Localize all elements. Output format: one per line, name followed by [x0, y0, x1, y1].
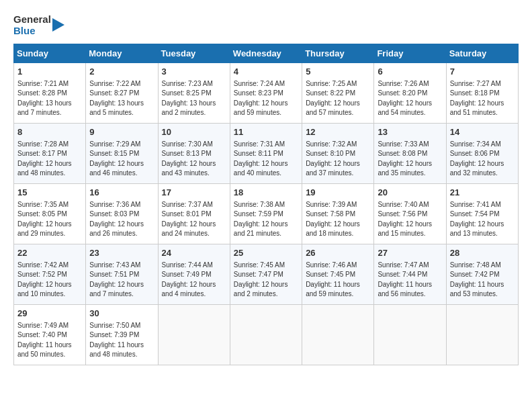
weekday-header-friday: Friday	[374, 44, 446, 62]
day-number: 6	[378, 66, 442, 78]
day-number: 25	[234, 247, 298, 259]
weekday-header-saturday: Saturday	[446, 44, 518, 62]
day-number: 3	[162, 66, 226, 78]
day-number: 28	[450, 247, 515, 259]
day-number: 19	[306, 187, 370, 199]
calendar-cell: 6Sunrise: 7:26 AM Sunset: 8:20 PM Daylig…	[374, 62, 446, 123]
day-number: 23	[89, 247, 154, 259]
day-info: Sunrise: 7:50 AM Sunset: 7:39 PM Dayligh…	[89, 321, 154, 360]
day-info: Sunrise: 7:31 AM Sunset: 8:11 PM Dayligh…	[234, 140, 298, 179]
calendar-cell: 30Sunrise: 7:50 AM Sunset: 7:39 PM Dayli…	[86, 304, 158, 365]
day-number: 20	[378, 187, 442, 199]
calendar-cell: 9Sunrise: 7:29 AM Sunset: 8:15 PM Daylig…	[86, 123, 158, 183]
day-info: Sunrise: 7:24 AM Sunset: 8:23 PM Dayligh…	[234, 79, 298, 118]
day-number: 9	[89, 126, 154, 138]
day-info: Sunrise: 7:41 AM Sunset: 7:54 PM Dayligh…	[450, 200, 515, 239]
calendar-week-4: 22Sunrise: 7:42 AM Sunset: 7:52 PM Dayli…	[14, 244, 519, 304]
day-number: 15	[17, 187, 82, 199]
day-number: 17	[162, 187, 226, 199]
day-info: Sunrise: 7:34 AM Sunset: 8:06 PM Dayligh…	[450, 140, 515, 179]
day-info: Sunrise: 7:40 AM Sunset: 7:56 PM Dayligh…	[378, 200, 442, 239]
logo-chevron-icon	[52, 18, 64, 32]
day-number: 1	[17, 66, 82, 78]
calendar-cell	[158, 304, 230, 365]
weekday-header-monday: Monday	[86, 44, 158, 62]
calendar-cell: 22Sunrise: 7:42 AM Sunset: 7:52 PM Dayli…	[14, 244, 86, 304]
weekday-header-sunday: Sunday	[14, 44, 86, 62]
day-info: Sunrise: 7:35 AM Sunset: 8:05 PM Dayligh…	[17, 200, 82, 239]
day-info: Sunrise: 7:23 AM Sunset: 8:25 PM Dayligh…	[162, 79, 226, 118]
weekday-header-wednesday: Wednesday	[230, 44, 302, 62]
calendar-cell: 17Sunrise: 7:37 AM Sunset: 8:01 PM Dayli…	[158, 183, 230, 244]
day-number: 7	[450, 66, 515, 78]
calendar-cell: 10Sunrise: 7:30 AM Sunset: 8:13 PM Dayli…	[158, 123, 230, 183]
svg-marker-0	[52, 18, 64, 32]
day-number: 13	[378, 126, 442, 138]
day-info: Sunrise: 7:38 AM Sunset: 7:59 PM Dayligh…	[234, 200, 298, 239]
day-info: Sunrise: 7:36 AM Sunset: 8:03 PM Dayligh…	[89, 200, 154, 239]
day-info: Sunrise: 7:21 AM Sunset: 8:28 PM Dayligh…	[17, 79, 82, 118]
calendar-cell: 23Sunrise: 7:43 AM Sunset: 7:51 PM Dayli…	[86, 244, 158, 304]
day-info: Sunrise: 7:32 AM Sunset: 8:10 PM Dayligh…	[306, 140, 370, 179]
calendar-cell: 19Sunrise: 7:39 AM Sunset: 7:58 PM Dayli…	[302, 183, 374, 244]
weekday-header-row: SundayMondayTuesdayWednesdayThursdayFrid…	[14, 44, 519, 62]
calendar-cell	[230, 304, 302, 365]
day-info: Sunrise: 7:22 AM Sunset: 8:27 PM Dayligh…	[89, 79, 154, 118]
calendar-cell: 16Sunrise: 7:36 AM Sunset: 8:03 PM Dayli…	[86, 183, 158, 244]
day-info: Sunrise: 7:48 AM Sunset: 7:42 PM Dayligh…	[450, 261, 515, 300]
day-number: 29	[17, 308, 82, 320]
calendar-cell: 12Sunrise: 7:32 AM Sunset: 8:10 PM Dayli…	[302, 123, 374, 183]
day-info: Sunrise: 7:26 AM Sunset: 8:20 PM Dayligh…	[378, 79, 442, 118]
logo-container: General Blue	[13, 13, 64, 37]
calendar-cell: 20Sunrise: 7:40 AM Sunset: 7:56 PM Dayli…	[374, 183, 446, 244]
day-number: 24	[162, 247, 226, 259]
calendar-cell: 15Sunrise: 7:35 AM Sunset: 8:05 PM Dayli…	[14, 183, 86, 244]
weekday-header-thursday: Thursday	[302, 44, 374, 62]
calendar-week-5: 29Sunrise: 7:49 AM Sunset: 7:40 PM Dayli…	[14, 304, 519, 365]
calendar-cell: 4Sunrise: 7:24 AM Sunset: 8:23 PM Daylig…	[230, 62, 302, 123]
day-number: 16	[89, 187, 154, 199]
calendar-week-1: 1Sunrise: 7:21 AM Sunset: 8:28 PM Daylig…	[14, 62, 519, 123]
calendar-cell: 28Sunrise: 7:48 AM Sunset: 7:42 PM Dayli…	[446, 244, 518, 304]
calendar-cell: 2Sunrise: 7:22 AM Sunset: 8:27 PM Daylig…	[86, 62, 158, 123]
logo: General Blue	[13, 13, 64, 37]
day-info: Sunrise: 7:25 AM Sunset: 8:22 PM Dayligh…	[306, 79, 370, 118]
day-number: 11	[234, 126, 298, 138]
day-number: 22	[17, 247, 82, 259]
day-info: Sunrise: 7:33 AM Sunset: 8:08 PM Dayligh…	[378, 140, 442, 179]
calendar-cell: 21Sunrise: 7:41 AM Sunset: 7:54 PM Dayli…	[446, 183, 518, 244]
day-info: Sunrise: 7:42 AM Sunset: 7:52 PM Dayligh…	[17, 261, 82, 300]
day-number: 18	[234, 187, 298, 199]
day-number: 27	[378, 247, 442, 259]
day-info: Sunrise: 7:45 AM Sunset: 7:47 PM Dayligh…	[234, 261, 298, 300]
day-info: Sunrise: 7:39 AM Sunset: 7:58 PM Dayligh…	[306, 200, 370, 239]
day-number: 26	[306, 247, 370, 259]
day-number: 4	[234, 66, 298, 78]
calendar-cell	[446, 304, 518, 365]
day-info: Sunrise: 7:46 AM Sunset: 7:45 PM Dayligh…	[306, 261, 370, 300]
calendar-cell: 3Sunrise: 7:23 AM Sunset: 8:25 PM Daylig…	[158, 62, 230, 123]
day-info: Sunrise: 7:37 AM Sunset: 8:01 PM Dayligh…	[162, 200, 226, 239]
day-number: 30	[89, 308, 154, 320]
calendar-cell: 18Sunrise: 7:38 AM Sunset: 7:59 PM Dayli…	[230, 183, 302, 244]
weekday-header-tuesday: Tuesday	[158, 44, 230, 62]
calendar-cell: 26Sunrise: 7:46 AM Sunset: 7:45 PM Dayli…	[302, 244, 374, 304]
day-info: Sunrise: 7:43 AM Sunset: 7:51 PM Dayligh…	[89, 261, 154, 300]
calendar-cell: 27Sunrise: 7:47 AM Sunset: 7:44 PM Dayli…	[374, 244, 446, 304]
calendar-cell: 29Sunrise: 7:49 AM Sunset: 7:40 PM Dayli…	[14, 304, 86, 365]
calendar-table: SundayMondayTuesdayWednesdayThursdayFrid…	[13, 44, 519, 365]
calendar-cell: 25Sunrise: 7:45 AM Sunset: 7:47 PM Dayli…	[230, 244, 302, 304]
day-info: Sunrise: 7:47 AM Sunset: 7:44 PM Dayligh…	[378, 261, 442, 300]
logo-text-block: General Blue	[13, 13, 51, 37]
calendar-cell: 5Sunrise: 7:25 AM Sunset: 8:22 PM Daylig…	[302, 62, 374, 123]
day-info: Sunrise: 7:30 AM Sunset: 8:13 PM Dayligh…	[162, 140, 226, 179]
day-info: Sunrise: 7:29 AM Sunset: 8:15 PM Dayligh…	[89, 140, 154, 179]
calendar-cell: 24Sunrise: 7:44 AM Sunset: 7:49 PM Dayli…	[158, 244, 230, 304]
calendar-cell: 7Sunrise: 7:27 AM Sunset: 8:18 PM Daylig…	[446, 62, 518, 123]
calendar-cell	[302, 304, 374, 365]
logo-blue: Blue	[13, 25, 51, 36]
day-number: 10	[162, 126, 226, 138]
calendar-cell	[374, 304, 446, 365]
day-info: Sunrise: 7:49 AM Sunset: 7:40 PM Dayligh…	[17, 321, 82, 360]
day-info: Sunrise: 7:27 AM Sunset: 8:18 PM Dayligh…	[450, 79, 515, 118]
